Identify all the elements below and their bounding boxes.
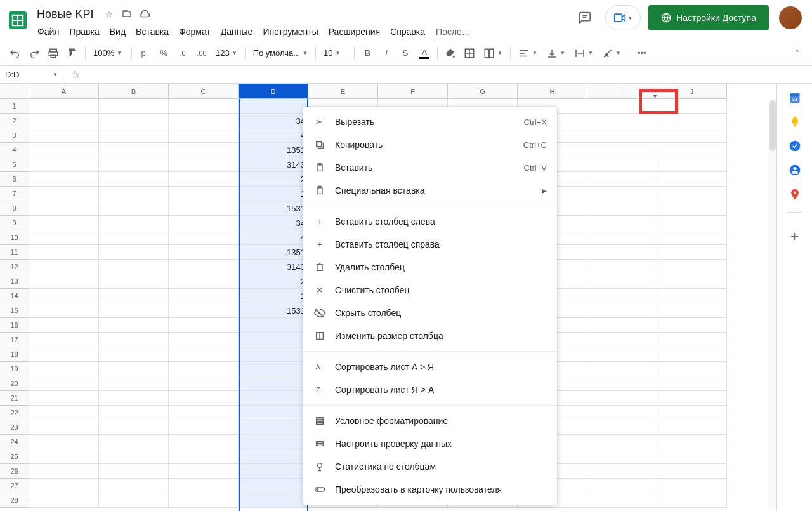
cell[interactable] [99, 201, 169, 216]
cell[interactable] [99, 347, 169, 362]
cell[interactable] [99, 420, 169, 435]
cell[interactable] [657, 435, 727, 449]
ctx-cut[interactable]: ✂ВырезатьCtrl+X [303, 110, 557, 133]
row-header[interactable]: 22 [0, 406, 29, 420]
cell[interactable] [239, 333, 308, 347]
row-header[interactable]: 9 [0, 216, 29, 230]
cell[interactable] [169, 157, 239, 172]
cell[interactable] [29, 464, 99, 479]
cell[interactable] [587, 391, 657, 406]
cell[interactable] [657, 493, 727, 508]
cell[interactable] [99, 216, 169, 230]
cell[interactable] [99, 391, 169, 406]
menu-edit[interactable]: Правка [65, 24, 103, 39]
add-addon-icon[interactable]: + [782, 224, 808, 249]
cell[interactable] [99, 187, 169, 201]
cell[interactable] [29, 274, 99, 289]
cell[interactable] [657, 318, 727, 333]
cell[interactable]: 2 [239, 274, 308, 289]
cell[interactable] [29, 318, 99, 333]
cell[interactable] [239, 99, 308, 114]
cell[interactable] [169, 347, 239, 362]
italic-button[interactable]: I [377, 44, 395, 62]
cell[interactable] [587, 318, 657, 333]
print-icon[interactable] [44, 44, 62, 62]
cell[interactable] [657, 143, 727, 157]
cell[interactable] [239, 435, 308, 449]
formula-input[interactable] [89, 70, 812, 79]
cell[interactable]: 1 [239, 289, 308, 303]
cell[interactable] [587, 347, 657, 362]
cell[interactable]: 34 [239, 114, 308, 128]
menu-extensions[interactable]: Расширения [324, 24, 384, 39]
cell[interactable] [169, 289, 239, 303]
cell[interactable] [29, 245, 99, 260]
row-header[interactable]: 28 [0, 493, 29, 508]
cell[interactable] [587, 333, 657, 347]
menu-data[interactable]: Данные [216, 24, 258, 39]
cell[interactable] [169, 391, 239, 406]
ctx-col-stats[interactable]: Статистика по столбцам [303, 455, 557, 478]
col-header-d[interactable]: D [239, 84, 308, 99]
cell[interactable] [99, 157, 169, 172]
cell[interactable] [657, 464, 727, 479]
doc-title[interactable]: Новые KPI [33, 6, 98, 22]
cell[interactable] [657, 449, 727, 464]
menu-file[interactable]: Файл [33, 24, 63, 39]
row-header[interactable]: 5 [0, 157, 29, 172]
comments-icon[interactable] [572, 5, 598, 30]
row-header[interactable]: 12 [0, 260, 29, 274]
cell[interactable] [29, 479, 99, 493]
col-header-g[interactable]: G [448, 84, 518, 99]
cell[interactable] [99, 99, 169, 114]
ctx-sort-az[interactable]: A↓Сортировать лист А > Я [303, 355, 557, 378]
cell[interactable] [587, 201, 657, 216]
more-toolbar-button[interactable]: ••• [633, 44, 651, 62]
share-button[interactable]: Настройки Доступа [648, 5, 769, 30]
zoom-dropdown[interactable]: 100%▼ [89, 44, 128, 62]
cell[interactable] [29, 143, 99, 157]
col-header-e[interactable]: E [308, 84, 378, 99]
cell[interactable] [29, 216, 99, 230]
cell[interactable] [169, 406, 239, 420]
halign-button[interactable]: ▼ [514, 44, 541, 62]
ctx-delete-col[interactable]: Удалить столбец [303, 256, 557, 279]
cell[interactable] [29, 289, 99, 303]
increase-decimal-button[interactable]: .00 [193, 44, 211, 62]
cell[interactable] [169, 201, 239, 216]
cell[interactable] [29, 435, 99, 449]
cell[interactable] [587, 274, 657, 289]
cell[interactable] [169, 230, 239, 245]
cell[interactable]: 1 [239, 187, 308, 201]
cell[interactable] [587, 435, 657, 449]
menu-view[interactable]: Вид [105, 24, 130, 39]
cell[interactable] [657, 289, 727, 303]
cell[interactable] [99, 493, 169, 508]
cell[interactable] [239, 406, 308, 420]
cell[interactable] [99, 260, 169, 274]
row-header[interactable]: 2 [0, 114, 29, 128]
cell[interactable] [239, 391, 308, 406]
cell[interactable] [587, 420, 657, 435]
cell[interactable] [587, 114, 657, 128]
cell[interactable] [99, 362, 169, 376]
cell[interactable] [587, 187, 657, 201]
cell[interactable] [29, 114, 99, 128]
row-header[interactable]: 25 [0, 449, 29, 464]
cell[interactable] [99, 479, 169, 493]
cell[interactable] [657, 391, 727, 406]
menu-insert[interactable]: Вставка [131, 24, 173, 39]
cell[interactable] [29, 362, 99, 376]
cell[interactable] [29, 187, 99, 201]
col-header-h[interactable]: H [518, 84, 587, 99]
paint-format-icon[interactable] [63, 44, 81, 62]
cell[interactable] [99, 289, 169, 303]
row-header[interactable]: 16 [0, 318, 29, 333]
row-header[interactable]: 17 [0, 333, 29, 347]
cell[interactable] [169, 493, 239, 508]
cell[interactable] [587, 172, 657, 187]
cell[interactable] [169, 420, 239, 435]
ctx-insert-left[interactable]: +Вставить столбец слева [303, 210, 557, 233]
cell[interactable] [239, 376, 308, 391]
cell[interactable]: 3143 [239, 260, 308, 274]
